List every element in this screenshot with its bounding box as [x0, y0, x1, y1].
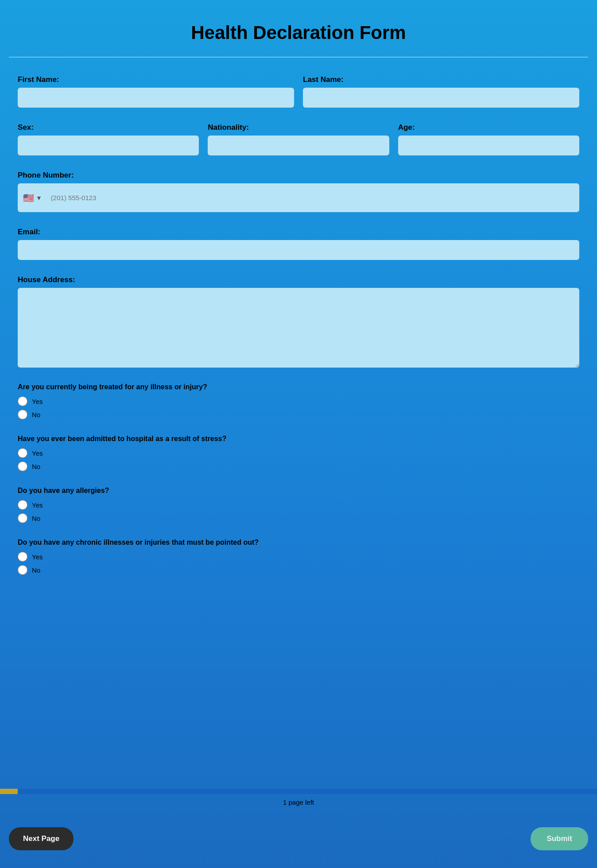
question-3-no-radio[interactable]	[18, 513, 27, 523]
demographics-row: Sex: Nationality: Age:	[18, 123, 579, 155]
last-name-label: Last Name:	[303, 75, 579, 84]
nationality-label: Nationality:	[208, 123, 389, 132]
question-2-section: Have you ever been admitted to hospital …	[18, 435, 579, 471]
phone-group: Phone Number: 🇺🇸 ▼	[18, 171, 579, 212]
nationality-group: Nationality:	[208, 123, 389, 155]
email-group: Email:	[18, 228, 579, 260]
last-name-group: Last Name:	[303, 75, 579, 108]
phone-row: Phone Number: 🇺🇸 ▼	[18, 171, 579, 212]
email-label: Email:	[18, 228, 579, 236]
address-input[interactable]	[18, 288, 579, 368]
question-1-yes-label: Yes	[32, 398, 43, 405]
phone-flag: 🇺🇸 ▼	[23, 193, 42, 203]
question-3-section: Do you have any allergies? Yes No	[18, 487, 579, 523]
name-row: First Name: Last Name:	[18, 75, 579, 108]
first-name-group: First Name:	[18, 75, 294, 108]
phone-input-wrapper: 🇺🇸 ▼	[18, 183, 579, 212]
question-2-text: Have you ever been admitted to hospital …	[18, 435, 579, 443]
email-input[interactable]	[18, 240, 579, 260]
question-1-section: Are you currently being treated for any …	[18, 383, 579, 419]
sex-group: Sex:	[18, 123, 199, 155]
question-3-yes-option: Yes	[18, 500, 579, 510]
question-1-no-label: No	[32, 411, 40, 418]
page-info: 1 page left	[0, 794, 597, 810]
question-2-yes-label: Yes	[32, 450, 43, 457]
us-flag-icon: 🇺🇸	[23, 193, 34, 203]
progress-bar-track	[0, 789, 597, 794]
question-3-text: Do you have any allergies?	[18, 487, 579, 495]
age-group: Age:	[398, 123, 579, 155]
page-wrapper: Health Declaration Form First Name: Last…	[0, 0, 597, 868]
question-2-yes-option: Yes	[18, 448, 579, 458]
question-2-yes-radio[interactable]	[18, 448, 27, 458]
age-input[interactable]	[398, 136, 579, 155]
question-4-yes-label: Yes	[32, 553, 43, 561]
sex-label: Sex:	[18, 123, 199, 132]
phone-label: Phone Number:	[18, 171, 579, 180]
question-3-yes-radio[interactable]	[18, 500, 27, 510]
page-title: Health Declaration Form	[9, 13, 588, 58]
address-group: House Address:	[18, 275, 579, 368]
question-4-yes-radio[interactable]	[18, 552, 27, 562]
question-1-yes-option: Yes	[18, 396, 579, 406]
question-2-no-option: No	[18, 461, 579, 471]
question-1-text: Are you currently being treated for any …	[18, 383, 579, 391]
question-4-text: Do you have any chronic illnesses or inj…	[18, 539, 579, 546]
question-3-no-option: No	[18, 513, 579, 523]
phone-separator: ▼	[36, 194, 42, 202]
address-row: House Address:	[18, 275, 579, 368]
phone-input[interactable]	[46, 188, 574, 208]
question-1-no-option: No	[18, 410, 579, 419]
email-row: Email:	[18, 228, 579, 260]
question-4-yes-option: Yes	[18, 552, 579, 562]
progress-bar-section: 1 page left	[0, 789, 597, 810]
next-page-button[interactable]: Next Page	[9, 827, 74, 850]
question-4-no-option: No	[18, 565, 579, 575]
question-2-no-label: No	[32, 463, 40, 470]
question-4-no-label: No	[32, 566, 40, 574]
first-name-label: First Name:	[18, 75, 294, 84]
question-3-no-label: No	[32, 515, 40, 522]
form-content: First Name: Last Name: Sex: Nationality:…	[9, 75, 588, 575]
question-1-no-radio[interactable]	[18, 410, 27, 419]
submit-button[interactable]: Submit	[531, 827, 588, 850]
bottom-actions: Next Page Submit	[9, 827, 588, 850]
address-label: House Address:	[18, 275, 579, 284]
question-2-no-radio[interactable]	[18, 461, 27, 471]
first-name-input[interactable]	[18, 88, 294, 108]
question-4-section: Do you have any chronic illnesses or inj…	[18, 539, 579, 575]
age-label: Age:	[398, 123, 579, 132]
sex-input[interactable]	[18, 136, 199, 155]
question-1-yes-radio[interactable]	[18, 396, 27, 406]
question-4-no-radio[interactable]	[18, 565, 27, 575]
progress-bar-fill	[0, 789, 18, 794]
question-3-yes-label: Yes	[32, 501, 43, 509]
nationality-input[interactable]	[208, 136, 389, 155]
last-name-input[interactable]	[303, 88, 579, 108]
